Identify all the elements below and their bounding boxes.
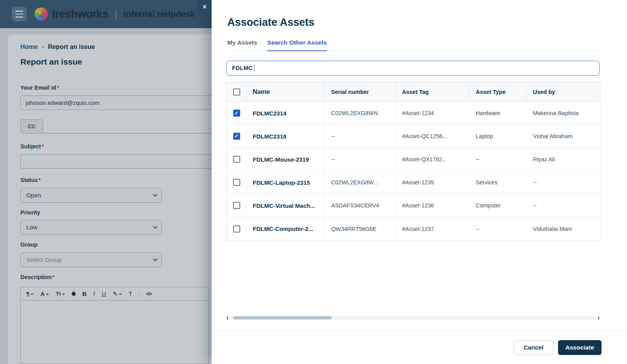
asset-tag-cell: #Asset-QX1782.. bbox=[396, 148, 469, 171]
close-panel-button[interactable]: ✕ bbox=[198, 0, 212, 14]
asset-usedby-cell: Viduthalai Mani bbox=[527, 217, 600, 240]
asset-name-cell: FDLMC-Virtual Mach... bbox=[246, 194, 325, 217]
table-row[interactable]: ✓ FDLMC-Laptop-2315 C02WL2EXG8W... #Asse… bbox=[227, 171, 600, 194]
row-checkbox-cell: ✓ bbox=[227, 102, 246, 124]
table-row[interactable]: ✓ FDLMC-Computer-2... QW34RRT56G6E #Asse… bbox=[227, 217, 600, 240]
check-icon: ✓ bbox=[234, 111, 238, 116]
asset-type-cell: Hardware bbox=[469, 102, 527, 124]
check-icon: ✓ bbox=[234, 134, 238, 139]
row-checkbox[interactable]: ✓ bbox=[233, 225, 240, 232]
header-serial-number[interactable]: Serial number bbox=[325, 82, 396, 101]
panel-title: Associate Assets bbox=[227, 16, 315, 29]
asset-tag-cell: #Asset-1236 bbox=[396, 194, 469, 217]
associate-assets-panel: Associate Assets My Assets Search Other … bbox=[212, 0, 627, 364]
row-checkbox-cell: ✓ bbox=[227, 217, 246, 240]
scroll-right-icon[interactable]: › bbox=[598, 315, 600, 321]
cancel-button[interactable]: Cancel bbox=[514, 340, 553, 355]
asset-type-cell: Computer bbox=[469, 194, 527, 217]
asset-usedby-cell: Vishal Abraham bbox=[527, 125, 600, 148]
select-all-checkbox[interactable]: ✓ bbox=[233, 88, 240, 96]
row-checkbox-cell: ✓ bbox=[227, 194, 246, 217]
asset-serial-cell: ASDAFS34CERV4 bbox=[325, 194, 396, 217]
asset-serial-cell: C02WL2EXG8W... bbox=[325, 171, 396, 194]
close-icon: ✕ bbox=[202, 3, 207, 11]
table-header-row: ✓ Name Serial number Asset Tag Asset Typ… bbox=[227, 82, 600, 102]
table-row[interactable]: ✓ FDLMC2314 C02WL2EXG8WN #Asset-1234 Har… bbox=[227, 102, 600, 125]
asset-serial-cell: QW34RRT56G6E bbox=[325, 217, 396, 240]
asset-name-cell: FDLMC-Computer-2... bbox=[246, 217, 325, 240]
assets-table: ✓ Name Serial number Asset Tag Asset Typ… bbox=[227, 82, 600, 241]
asset-name-cell: FDLMC-Laptop-2315 bbox=[246, 171, 325, 194]
asset-name-cell: FDLMC2318 bbox=[246, 125, 325, 148]
asset-usedby-cell: Makenna Baptista bbox=[527, 102, 600, 124]
tabs-divider bbox=[227, 50, 600, 51]
header-name[interactable]: Name bbox=[246, 82, 325, 101]
associate-button[interactable]: Associate bbox=[558, 340, 602, 355]
asset-serial-cell: C02WL2EXG8WN bbox=[325, 102, 396, 124]
table-row[interactable]: ✓ FDLMC-Mouse-2319 -- #Asset-QX1782.. --… bbox=[227, 148, 600, 171]
select-all-cell: ✓ bbox=[227, 82, 246, 101]
header-asset-tag[interactable]: Asset Tag bbox=[396, 82, 469, 101]
screen: freshworks | Internal Helpdesk Home › Re… bbox=[0, 0, 627, 364]
asset-usedby-cell: Riyaz Ali bbox=[527, 148, 600, 171]
asset-tag-cell: #Asset-1234 bbox=[396, 102, 469, 124]
asset-tag-cell: #Asset-1237 bbox=[396, 217, 469, 240]
tab-my-assets[interactable]: My Assets bbox=[227, 39, 257, 51]
asset-usedby-cell: -- bbox=[527, 171, 600, 194]
row-checkbox[interactable]: ✓ bbox=[233, 133, 240, 140]
table-row[interactable]: ✓ FDLMC2318 -- #Asset-QC1256... Laptop V… bbox=[227, 125, 600, 148]
row-checkbox[interactable]: ✓ bbox=[233, 110, 240, 117]
header-used-by[interactable]: Used by bbox=[527, 82, 600, 101]
asset-search-input[interactable]: FDLMC bbox=[227, 61, 600, 76]
search-value: FDLMC bbox=[232, 65, 253, 71]
asset-name-cell: FDLMC-Mouse-2319 bbox=[246, 148, 325, 171]
asset-serial-cell: -- bbox=[325, 148, 396, 171]
scrollbar-track[interactable] bbox=[230, 316, 596, 320]
row-checkbox[interactable]: ✓ bbox=[233, 156, 240, 163]
row-checkbox-cell: ✓ bbox=[227, 171, 246, 194]
text-cursor bbox=[254, 65, 255, 72]
asset-tag-cell: #Asset-QC1256... bbox=[396, 125, 469, 148]
row-checkbox[interactable]: ✓ bbox=[233, 179, 240, 186]
row-checkbox-cell: ✓ bbox=[227, 148, 246, 171]
asset-name-cell: FDLMC2314 bbox=[246, 102, 325, 124]
row-checkbox[interactable]: ✓ bbox=[233, 202, 240, 209]
panel-footer: Cancel Associate bbox=[212, 331, 627, 364]
asset-tag-cell: #Asset-1235 bbox=[396, 171, 469, 194]
asset-serial-cell: -- bbox=[325, 125, 396, 148]
horizontal-scrollbar: ‹ › bbox=[227, 315, 600, 321]
table-row[interactable]: ✓ FDLMC-Virtual Mach... ASDAFS34CERV4 #A… bbox=[227, 194, 600, 217]
modal-backdrop[interactable] bbox=[0, 0, 212, 364]
scrollbar-thumb[interactable] bbox=[233, 316, 332, 319]
tab-search-other-assets[interactable]: Search Other Assets bbox=[267, 39, 327, 51]
header-asset-type[interactable]: Asset Type bbox=[469, 82, 527, 101]
asset-type-cell: Services bbox=[469, 171, 527, 194]
scroll-left-icon[interactable]: ‹ bbox=[227, 315, 228, 321]
row-checkbox-cell: ✓ bbox=[227, 125, 246, 148]
asset-type-cell: -- bbox=[469, 217, 527, 240]
asset-type-cell: Laptop bbox=[469, 125, 527, 148]
asset-usedby-cell: -- bbox=[527, 194, 600, 217]
asset-type-cell: -- bbox=[469, 148, 527, 171]
asset-tabs: My Assets Search Other Assets bbox=[227, 39, 327, 51]
